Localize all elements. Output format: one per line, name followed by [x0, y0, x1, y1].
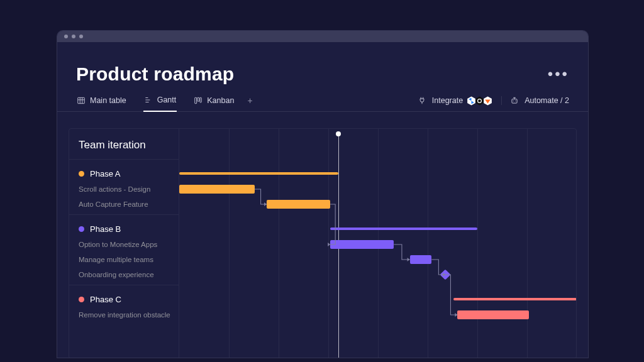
svg-rect-12	[512, 99, 517, 103]
toolbar-divider	[501, 96, 502, 105]
phase-name: Phase B	[90, 224, 121, 234]
tab-label: Gantt	[157, 96, 177, 104]
app-window: Product roadmap ••• Main table Gantt Kan…	[57, 30, 589, 358]
task-row[interactable]: Auto Capture Feature	[69, 197, 179, 212]
phase-name: Phase A	[90, 169, 120, 178]
phase-header[interactable]: Phase A	[69, 165, 179, 182]
gantt-sidebar: Team iteration Phase AScroll actions - D…	[69, 129, 179, 358]
tab-label: Kanban	[207, 96, 234, 105]
tab-kanban[interactable]: Kanban	[193, 94, 235, 111]
svg-point-9	[478, 99, 481, 102]
tab-gantt[interactable]: Gantt	[143, 94, 177, 112]
gantt-icon	[144, 96, 153, 104]
table-icon	[77, 96, 86, 105]
robot-icon	[510, 96, 519, 105]
svg-point-13	[513, 101, 514, 101]
integration-apps[interactable]	[469, 96, 493, 106]
phase-color-dot	[79, 171, 84, 177]
task-row[interactable]: Remove integration obstacle	[69, 307, 179, 322]
svg-rect-2	[197, 97, 199, 101]
traffic-light-icon[interactable]	[72, 35, 75, 38]
traffic-light-icon[interactable]	[79, 35, 83, 38]
automate-button[interactable]: Automate / 2	[525, 96, 569, 105]
task-row[interactable]: Manage multiple teams	[69, 252, 179, 267]
gantt-chart: Team iteration Phase AScroll actions - D…	[69, 128, 577, 358]
svg-rect-3	[200, 97, 201, 102]
traffic-light-icon[interactable]	[64, 35, 68, 38]
more-options-button[interactable]: •••	[548, 65, 569, 83]
plug-icon	[418, 96, 426, 105]
page-title: Product roadmap	[76, 63, 234, 85]
integrate-button[interactable]: Integrate	[432, 96, 463, 105]
tab-label: Main table	[90, 96, 126, 105]
kanban-icon	[194, 96, 203, 105]
svg-rect-0	[78, 97, 85, 103]
svg-rect-1	[195, 97, 197, 103]
svg-point-14	[515, 101, 516, 101]
dependency-lines	[179, 159, 576, 358]
group-title: Team iteration	[69, 129, 179, 159]
task-row[interactable]: Option to Monetize Apps	[69, 237, 179, 252]
task-row[interactable]: Onboarding experience	[69, 267, 179, 282]
phase-header[interactable]: Phase C	[69, 291, 179, 307]
phase-name: Phase C	[90, 295, 121, 304]
task-row[interactable]: Scroll actions - Design	[69, 182, 179, 197]
add-view-button[interactable]: +	[247, 96, 252, 106]
phase-header[interactable]: Phase B	[69, 221, 179, 237]
gantt-timeline[interactable]	[179, 129, 576, 358]
window-titlebar	[57, 31, 588, 42]
phase-color-dot	[79, 226, 84, 232]
gitlab-icon	[482, 96, 493, 106]
phase-color-dot	[79, 297, 84, 302]
tab-main-table[interactable]: Main table	[76, 94, 127, 111]
view-tabs: Main table Gantt Kanban + Integrate	[57, 85, 588, 112]
